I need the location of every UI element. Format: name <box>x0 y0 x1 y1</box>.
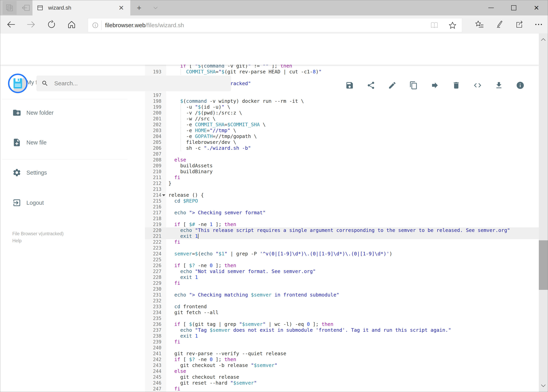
browser-window: wizard.sh ✕ + ✕ <box>0 0 548 392</box>
set-tabs-aside-button[interactable] <box>19 1 33 15</box>
line-number: 226 <box>145 263 161 268</box>
line-number: 218 <box>145 216 161 222</box>
code-line: 236 if [ $(git tag | grep "$semver" | wc… <box>145 321 539 327</box>
tab-preview-button[interactable] <box>3 1 17 15</box>
address-bar[interactable]: filebrowser.web/files/wizard.sh <box>88 18 462 32</box>
line-number: 246 <box>145 380 161 386</box>
code-line: 241 git rev-parse --verify --quiet relea… <box>145 351 539 357</box>
search-input[interactable] <box>54 80 226 87</box>
line-number: 229 <box>145 280 161 286</box>
line-number: 245 <box>145 374 161 380</box>
more-button[interactable] <box>531 15 547 34</box>
code-line: 217 echo "> Checking semver format" <box>145 210 539 216</box>
line-number: 225 <box>145 257 161 263</box>
line-number: 202 <box>145 122 161 128</box>
download-button[interactable] <box>495 81 503 90</box>
line-number: 232 <box>145 298 161 304</box>
code-line: 214release () { <box>145 192 539 198</box>
favorite-star-icon[interactable] <box>449 21 457 29</box>
code-line: 239 fi <box>145 339 539 345</box>
more-ellipsis-icon <box>534 23 543 26</box>
page-scrollbar[interactable] <box>539 34 548 392</box>
minimize-button[interactable] <box>480 0 502 15</box>
hub-icon <box>475 20 484 28</box>
sidebar-item-new-file[interactable]: New file <box>0 132 145 153</box>
code-line: 206 sh -c "./wizard.sh -b" <box>145 145 539 151</box>
share-button-browser[interactable] <box>511 15 527 34</box>
line-number: 203 <box>145 128 161 133</box>
scroll-down-button[interactable] <box>539 381 548 390</box>
filebrowser-logo[interactable] <box>8 74 28 93</box>
sidebar-item-label: New folder <box>26 110 54 116</box>
scrollbar-thumb[interactable] <box>539 240 548 290</box>
line-number: 210 <box>145 169 161 175</box>
line-number: 241 <box>145 351 161 357</box>
line-number: 199 <box>145 104 161 110</box>
line-number: 244 <box>145 368 161 374</box>
browser-tab[interactable]: wizard.sh ✕ <box>33 0 130 15</box>
fold-arrow-icon[interactable] <box>162 194 165 196</box>
share-icon <box>515 20 523 28</box>
hub-button[interactable] <box>472 15 487 34</box>
set-tabs-aside-icon <box>21 4 30 12</box>
code-line: 228 exit 1 <box>145 274 539 280</box>
line-number: 214 <box>145 192 161 198</box>
source-code-button[interactable] <box>473 81 482 90</box>
annotate-button[interactable] <box>492 15 507 34</box>
sidebar-item-settings[interactable]: Settings <box>0 162 145 183</box>
search-icon <box>42 80 48 87</box>
line-number: 208 <box>145 157 161 163</box>
share-button[interactable] <box>367 81 375 90</box>
delete-button[interactable] <box>452 81 461 90</box>
close-icon: ✕ <box>534 5 539 11</box>
new-tab-button[interactable]: + <box>133 0 145 15</box>
line-number: 234 <box>145 310 161 315</box>
address-separator <box>101 21 102 30</box>
forward-icon <box>27 21 36 28</box>
tab-preview-icon <box>5 4 14 12</box>
home-icon <box>67 20 76 28</box>
home-button[interactable] <box>64 15 79 34</box>
sidebar-item-new-folder[interactable]: New folder <box>0 102 145 124</box>
search-bar[interactable] <box>36 76 231 91</box>
text-cursor <box>198 234 198 239</box>
edit-button[interactable] <box>388 81 396 90</box>
close-window-button[interactable]: ✕ <box>525 0 548 15</box>
url-text: filebrowser.web/files/wizard.sh <box>105 22 430 28</box>
line-number: 201 <box>145 116 161 122</box>
code-line: 235 <box>145 315 539 321</box>
reading-view-icon[interactable] <box>430 22 438 29</box>
move-button[interactable] <box>431 81 439 90</box>
sidebar: My files New folder New file Settings Lo… <box>0 65 145 392</box>
folder-plus-icon <box>12 108 21 117</box>
code-line: 198 $(command -v winpty) docker run --rm… <box>145 98 539 104</box>
line-number: 197 <box>145 92 161 98</box>
scroll-up-button[interactable] <box>539 35 548 44</box>
line-number: 233 <box>145 304 161 310</box>
site-info-icon[interactable] <box>92 22 99 28</box>
file-plus-icon <box>12 138 21 147</box>
code-line: 237 echo "Tag $semver does not exist in … <box>145 327 539 333</box>
info-icon <box>516 81 525 90</box>
line-number: 240 <box>145 345 161 351</box>
close-tab-icon[interactable]: ✕ <box>117 5 126 11</box>
maximize-button[interactable] <box>502 0 525 15</box>
back-button[interactable] <box>3 15 19 34</box>
line-number: 239 <box>145 339 161 345</box>
sidebar-divider <box>2 99 127 99</box>
save-button[interactable] <box>345 81 354 90</box>
tab-list-chevron-button[interactable] <box>149 0 162 15</box>
copy-button[interactable] <box>409 81 418 90</box>
refresh-button[interactable] <box>44 15 59 34</box>
line-number: 211 <box>145 175 161 181</box>
code-line: 242 if [ $? -ne 0 ]; then <box>145 357 539 363</box>
sidebar-item-logout[interactable]: Logout <box>0 192 145 214</box>
line-number: 212 <box>145 181 161 186</box>
code-line: 244 else <box>145 368 539 374</box>
line-number: 198 <box>145 98 161 104</box>
info-button[interactable] <box>516 81 525 90</box>
code-line: 230 <box>145 286 539 292</box>
forward-button[interactable] <box>23 15 39 34</box>
help-link[interactable]: Help <box>12 238 21 244</box>
code-editor[interactable]: if [ "$(command -v git)" != "" ]; then19… <box>145 65 539 392</box>
